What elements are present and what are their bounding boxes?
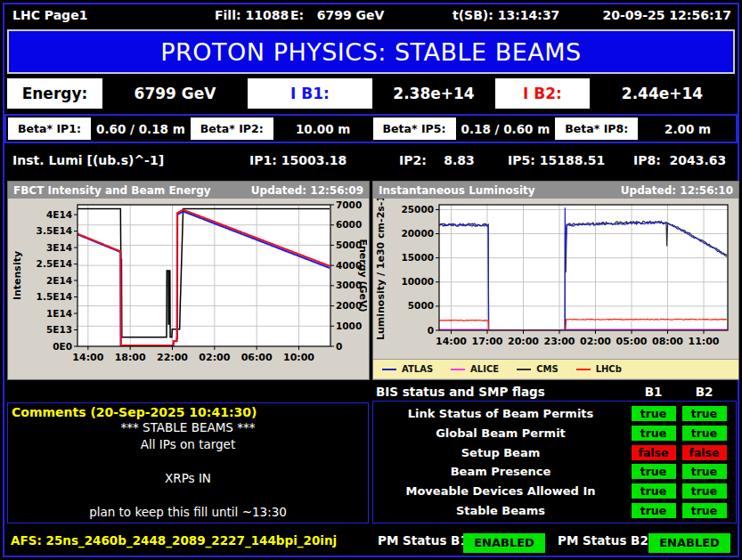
- legend-label: ATLAS: [402, 364, 433, 374]
- comment-line: plan to keep this fill until ~13:30: [12, 504, 364, 521]
- svg-text:10000: 10000: [401, 276, 434, 287]
- bis-col-b1: B1: [628, 385, 679, 399]
- svg-text:15000: 15000: [401, 252, 434, 263]
- comment-line: [12, 453, 364, 470]
- svg-text:Intensity: Intensity: [12, 251, 23, 300]
- svg-text:4E14: 4E14: [46, 209, 72, 220]
- beta-ip8-value: 2.00 m: [640, 116, 736, 142]
- lumi-chart-updated: Updated: 12:56:10: [621, 184, 733, 197]
- svg-text:20:00: 20:00: [508, 336, 539, 347]
- svg-text:0: 0: [428, 325, 434, 336]
- beta-ip5-value: 0.18 / 0.60 m: [458, 116, 554, 142]
- intensity-b2-value: 2.44e+14: [590, 78, 735, 109]
- lumi-ip1: IP1: 15003.18: [249, 153, 347, 167]
- svg-text:17:00: 17:00: [472, 336, 503, 347]
- bis-flag-b2: true: [682, 406, 727, 421]
- legend-item-lhcb: LHCb: [576, 364, 622, 374]
- bis-flag-b2: true: [682, 426, 727, 441]
- svg-text:3E14: 3E14: [46, 242, 72, 253]
- bis-row-label: Global Beam Permit: [373, 426, 628, 440]
- datetime: 20-09-25 12:56:17: [602, 8, 731, 22]
- fbct-chart-updated: Updated: 12:56:09: [251, 184, 363, 197]
- luminosity-chart: Instantaneous Luminosity Updated: 12:56:…: [372, 181, 739, 380]
- fbct-chart-title: FBCT Intensity and Beam Energy: [13, 184, 211, 197]
- legend-item-alice: ALICE: [451, 364, 499, 374]
- lumi-chart-plot: 050001000015000200002500014:0017:0020:00…: [373, 199, 737, 359]
- svg-text:5000: 5000: [408, 300, 434, 311]
- legend-label: LHCb: [596, 364, 622, 374]
- comments-title: Comments (20-Sep-2025 10:41:30): [12, 405, 364, 419]
- svg-text:23:00: 23:00: [544, 336, 575, 347]
- lumi-chart-header: Instantaneous Luminosity Updated: 12:56:…: [373, 182, 738, 199]
- lumi-chart-body: 050001000015000200002500014:0017:0020:00…: [373, 199, 738, 379]
- pm-status-b2-label: PM Status B2: [558, 533, 648, 548]
- afs-scheme: AFS: 25ns_2460b_2448_2089_2227_144bpi_20…: [11, 533, 337, 548]
- lumi-ip2: IP2: 8.83: [399, 153, 475, 167]
- bis-row: Stable Beams true true: [373, 503, 736, 518]
- comment-line: [12, 487, 364, 504]
- beta-ip2-label: Beta* IP2:: [191, 118, 273, 140]
- svg-text:10:00: 10:00: [283, 352, 314, 363]
- footer-bar: AFS: 25ns_2460b_2448_2089_2227_144bpi_20…: [7, 529, 735, 554]
- beam-energy-readout: E: 6799 GeV: [290, 8, 384, 22]
- bis-flag-b2: true: [682, 503, 727, 518]
- beta-ip5-label: Beta* IP5:: [373, 118, 456, 140]
- legend-item-atlas: ATLAS: [382, 364, 433, 374]
- app-title: LHC Page1: [12, 8, 87, 22]
- fbct-chart-header: FBCT Intensity and Beam Energy Updated: …: [8, 182, 369, 199]
- svg-text:0: 0: [336, 341, 342, 352]
- page-title: PROTON PHYSICS: STABLE BEAMS: [7, 29, 735, 74]
- beta-star-row: Beta* IP1: 0.60 / 0.18 m Beta* IP2: 10.0…: [4, 114, 738, 143]
- inst-lumi-row: Inst. Lumi [(ub.s)^-1] IP1: 15003.18 IP2…: [7, 146, 735, 174]
- bis-flag-b2: true: [682, 464, 727, 479]
- energy-label: Energy:: [7, 78, 102, 109]
- svg-text:02:00: 02:00: [199, 352, 230, 363]
- fbct-chart-body: 0E05E131E141.5E142E142.5E143E143.5E144E1…: [8, 199, 369, 379]
- bis-row: Global Beam Permit true true: [373, 426, 736, 441]
- energy-value: 6799 GeV: [102, 78, 248, 109]
- legend-dash-icon: [451, 369, 465, 370]
- fbct-intensity-chart: FBCT Intensity and Beam Energy Updated: …: [7, 181, 370, 380]
- bis-flag-b1: true: [632, 503, 676, 518]
- svg-text:1E14: 1E14: [46, 308, 72, 319]
- svg-text:22:00: 22:00: [157, 352, 188, 363]
- fill-number: Fill: 11088: [215, 8, 289, 22]
- bis-row-label: Beam Presence: [373, 465, 628, 478]
- comment-line: All IPs on target: [12, 436, 364, 453]
- pm-status-b1-label: PM Status B1: [378, 533, 469, 548]
- comments-box: Comments (20-Sep-2025 10:41:30) *** STAB…: [7, 402, 369, 523]
- beta-ip8-label: Beta* IP8:: [555, 118, 638, 140]
- bis-row: Moveable Devices Allowed In true true: [373, 483, 736, 499]
- bis-flag-b1: true: [632, 483, 676, 499]
- fbct-chart-plot: 0E05E131E141.5E142E142.5E143E143.5E144E1…: [8, 199, 367, 377]
- svg-text:2.5E14: 2.5E14: [37, 258, 72, 269]
- beta-ip1-label: Beta* IP1:: [8, 118, 91, 140]
- intensity-b2-label: I B2:: [495, 78, 590, 109]
- bis-flag-b1: true: [632, 464, 676, 479]
- svg-text:2E14: 2E14: [46, 275, 72, 286]
- svg-text:3.5E14: 3.5E14: [37, 225, 72, 236]
- svg-text:11:00: 11:00: [689, 336, 720, 347]
- svg-text:14:00: 14:00: [72, 352, 103, 363]
- svg-text:1000: 1000: [336, 321, 362, 331]
- time-in-stable-beams: t(SB): 13:14:37: [453, 8, 559, 22]
- bis-row: Setup Beam false false: [373, 445, 736, 460]
- pm-status-b2-value: ENABLED: [648, 533, 730, 553]
- svg-text:06:00: 06:00: [241, 352, 273, 363]
- lumi-chart-title: Instantaneous Luminosity: [379, 184, 535, 197]
- svg-text:1.5E14: 1.5E14: [37, 291, 72, 302]
- bis-flag-b1: false: [632, 445, 676, 460]
- svg-text:08:00: 08:00: [652, 336, 683, 347]
- svg-text:5E13: 5E13: [46, 324, 72, 335]
- lhc-page1-vistar: LHC Page1 Fill: 11088 E: 6799 GeV t(SB):…: [0, 0, 742, 560]
- svg-text:05:00: 05:00: [616, 336, 648, 347]
- svg-text:18:00: 18:00: [115, 352, 146, 363]
- inst-lumi-label: Inst. Lumi [(ub.s)^-1]: [12, 153, 164, 167]
- svg-text:0E0: 0E0: [53, 341, 72, 352]
- bis-header: BIS status and SMP flags B1 B2: [374, 382, 737, 401]
- bis-flag-b1: true: [632, 406, 676, 421]
- comment-line: *** STABLE BEAMS ***: [12, 419, 364, 436]
- svg-text:20000: 20000: [401, 228, 434, 239]
- pm-status-b1-value: ENABLED: [463, 533, 545, 553]
- legend-label: CMS: [536, 364, 559, 374]
